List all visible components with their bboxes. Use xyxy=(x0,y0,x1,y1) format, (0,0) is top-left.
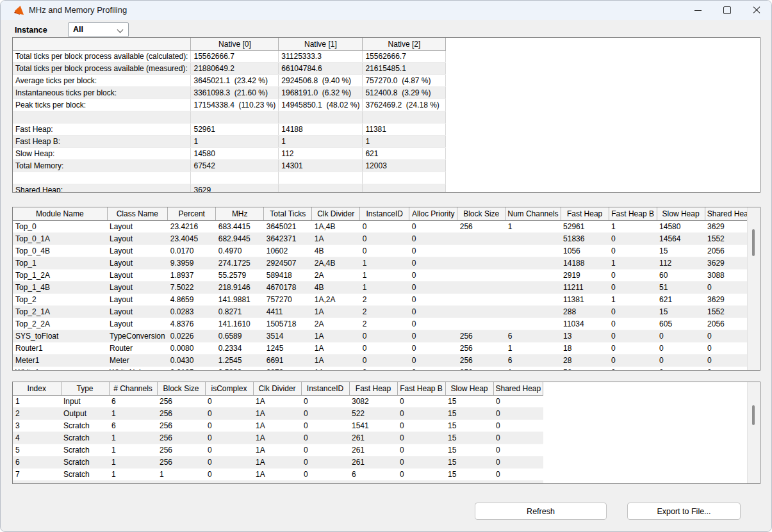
table-cell: 23.4216 xyxy=(168,221,216,233)
table-cell xyxy=(279,111,363,124)
table-cell: 1 xyxy=(157,469,205,481)
table-row[interactable]: 6Scratch125601A02610150 xyxy=(13,456,543,469)
instance-label: Instance xyxy=(15,26,47,35)
table-row[interactable]: Top_2Layout4.8659141.98817572701A,2A2011… xyxy=(13,294,755,306)
table-cell: 0 xyxy=(360,367,409,371)
table-row[interactable]: 8Scratch125601A02610150 xyxy=(13,481,543,485)
module-vertical-scrollbar[interactable] xyxy=(747,207,760,370)
table-cell: 0 xyxy=(609,306,657,318)
table-row[interactable]: 7Scratch1101A060150 xyxy=(13,469,543,481)
table-cell: 1A xyxy=(312,330,360,343)
table-row: Peak ticks per block:17154338.4 (110.23 … xyxy=(13,99,446,111)
table-row[interactable]: Top_1_4BLayout7.5022218.914646701784B101… xyxy=(13,282,755,294)
table-cell: 6 xyxy=(349,469,397,481)
table-row[interactable]: Top_1_2ALayout1.893755.25795894182A10291… xyxy=(13,270,755,282)
table-cell: 1A xyxy=(312,306,360,318)
table-cell: Total Memory: xyxy=(13,160,191,172)
maximize-button[interactable] xyxy=(712,1,742,20)
table-cell: 15 xyxy=(445,408,493,420)
table-cell xyxy=(505,294,561,306)
table-cell: 256 xyxy=(157,456,205,469)
table-row: Fast Heap B:111 xyxy=(13,136,446,148)
table-cell: 757270.0 (4.87 %) xyxy=(363,75,446,87)
table-cell: 0 xyxy=(205,396,253,408)
table-cell: 1 xyxy=(505,343,561,355)
table-row[interactable]: Top_1Layout9.3959274.172529245072A,4B101… xyxy=(13,257,755,270)
close-button[interactable] xyxy=(742,1,771,20)
table-row[interactable]: Meter1Meter0.04301.254566911A00256628000 xyxy=(13,355,755,367)
table-cell: 6 xyxy=(109,396,157,408)
table-row[interactable]: 5Scratch125601A02610150 xyxy=(13,444,543,456)
table-cell: 51836 xyxy=(561,233,609,245)
table-cell: 0 xyxy=(397,469,445,481)
export-button[interactable]: Export to File... xyxy=(627,503,741,520)
table-row[interactable]: White1WhiteNoise0.01850.539928791A002561… xyxy=(13,367,755,371)
table-row[interactable]: Top_0Layout23.4216683.441536450211A,4B00… xyxy=(13,221,755,233)
table-cell: 256 xyxy=(457,343,505,355)
table-cell: Instantaneous ticks per block: xyxy=(13,87,191,99)
table-row[interactable]: Top_2_2ALayout4.8376141.161015057182A201… xyxy=(13,318,755,330)
summary-table: Native [0]Native [1]Native [2] Total tic… xyxy=(13,38,446,193)
table-cell: Scratch xyxy=(61,420,109,432)
table-cell: Top_2 xyxy=(13,294,107,306)
table-row: Instantaneous ticks per block:3361098.3 … xyxy=(13,87,446,99)
table-cell: 15 xyxy=(445,456,493,469)
table-cell: 11034 xyxy=(561,318,609,330)
title-bar[interactable]: MHz and Memory Profiling xyxy=(1,1,771,20)
table-row[interactable]: Top_2_1ALayout0.02830.827144111A20288015… xyxy=(13,306,755,318)
table-cell: 0.5399 xyxy=(216,367,264,371)
table-row[interactable]: 2Output125601A05220150 xyxy=(13,408,543,420)
table-cell: 605 xyxy=(657,318,705,330)
table-cell xyxy=(457,245,505,257)
table-row[interactable]: Top_0_1ALayout23.4045682.944536423711A00… xyxy=(13,233,755,245)
table-row[interactable]: Top_0_4BLayout0.01700.4970106024B0010560… xyxy=(13,245,755,257)
table-cell: Layout xyxy=(107,318,168,330)
table-cell: 0.8271 xyxy=(216,306,264,318)
refresh-button[interactable]: Refresh xyxy=(475,503,607,520)
minimize-button[interactable] xyxy=(683,1,712,20)
table-cell: 0 xyxy=(397,444,445,456)
table-cell: 1 xyxy=(360,270,409,282)
table-cell: 0 xyxy=(397,481,445,485)
table-cell xyxy=(191,172,279,184)
table-row[interactable]: 3Scratch625601A015410150 xyxy=(13,420,543,432)
table-cell: 0 xyxy=(397,432,445,444)
table-cell: 218.9146 xyxy=(216,282,264,294)
table-row[interactable]: 4Scratch125601A02610150 xyxy=(13,432,543,444)
table-row[interactable]: SYS_toFloatTypeConversion0.02260.6589351… xyxy=(13,330,755,343)
table-cell: 1 xyxy=(505,221,561,233)
table-cell: 1 xyxy=(109,481,157,485)
table-cell: 0 xyxy=(360,343,409,355)
table-cell: 0 xyxy=(301,456,349,469)
table-cell: 0 xyxy=(301,408,349,420)
table-cell: 256 xyxy=(157,444,205,456)
buffer-vertical-scrollbar[interactable] xyxy=(747,382,760,483)
table-cell: 31125333.3 xyxy=(279,51,363,63)
app-window: MHz and Memory Profiling Instance All Na… xyxy=(0,0,772,532)
instance-dropdown[interactable]: All xyxy=(68,22,129,37)
scrollbar-thumb[interactable] xyxy=(752,405,755,425)
table-row[interactable]: Router1Router0.00800.233412451A002561180… xyxy=(13,343,755,355)
table-row: Total ticks per block process available … xyxy=(13,51,446,63)
table-cell: 288 xyxy=(561,306,609,318)
table-cell: 1A,4B xyxy=(312,221,360,233)
column-header: Percent xyxy=(168,207,216,221)
table-cell: 3645021.1 (23.42 %) xyxy=(191,75,279,87)
table-cell: Peak ticks per block: xyxy=(13,99,191,111)
column-header xyxy=(13,38,191,51)
table-cell: 56 xyxy=(561,367,609,371)
table-row: Total Memory:675421430112003 xyxy=(13,160,446,172)
table-row[interactable]: 1Input625601A030820150 xyxy=(13,396,543,408)
scrollbar-thumb[interactable] xyxy=(752,229,755,256)
table-cell: 3361098.3 (21.60 %) xyxy=(191,87,279,99)
table-cell: 4 xyxy=(13,432,61,444)
table-cell: 261 xyxy=(349,444,397,456)
table-cell: 256 xyxy=(157,420,205,432)
table-cell: 4B xyxy=(312,245,360,257)
table-cell: Scratch xyxy=(61,469,109,481)
column-header: Slow Heap xyxy=(445,382,493,396)
table-cell: 0 xyxy=(657,355,705,367)
table-cell: Layout xyxy=(107,245,168,257)
table-cell: 682.9445 xyxy=(216,233,264,245)
summary-table-panel: Native [0]Native [1]Native [2] Total tic… xyxy=(12,37,760,193)
